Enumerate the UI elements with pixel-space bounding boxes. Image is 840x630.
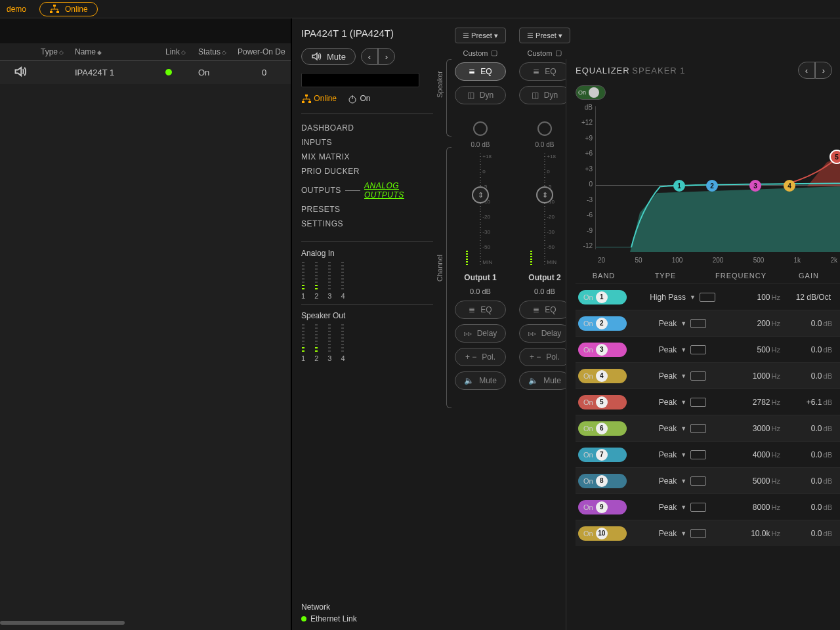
eq-on-toggle[interactable]: On: [576, 85, 606, 100]
channel-eq-button[interactable]: ≣EQ: [519, 301, 570, 319]
band-on-chip[interactable]: On3: [578, 343, 627, 357]
menu-outputs[interactable]: OUTPUTS: [301, 183, 341, 198]
eq-next-button[interactable]: ›: [815, 62, 832, 79]
band-type-select[interactable]: Peak▼: [646, 424, 719, 433]
menu-inputs[interactable]: INPUTS: [301, 135, 433, 150]
band-type-select[interactable]: Peak▼: [646, 398, 719, 407]
eq-node-4[interactable]: 4: [784, 180, 795, 192]
device-row[interactable]: IPA424T 1 On 0: [0, 61, 291, 84]
channel-mute-button[interactable]: 🔈Mute: [455, 371, 506, 390]
device-prev-button[interactable]: ‹: [361, 48, 378, 65]
band-gain-value[interactable]: 0.0dB: [780, 424, 840, 433]
delay-button[interactable]: ▹▹Delay: [519, 324, 570, 343]
eq-prev-button[interactable]: ‹: [798, 62, 815, 79]
svg-rect-2: [56, 11, 59, 13]
band-on-chip[interactable]: On4: [578, 369, 627, 383]
channel-section-label: Channel: [436, 255, 444, 282]
level-slider[interactable]: ⇕ +180-5-10-20-30-50MIN: [536, 154, 554, 265]
band-freq-value[interactable]: 1000Hz: [719, 371, 780, 381]
band-type-select[interactable]: Peak▼: [646, 450, 719, 459]
col-link[interactable]: Link◇: [165, 47, 198, 56]
channel-eq-button[interactable]: ≣EQ: [455, 301, 506, 319]
band-gain-value[interactable]: 0.0dB: [780, 345, 840, 354]
eq-plot[interactable]: 1 2 3 4 5: [595, 106, 840, 249]
band-gain-value[interactable]: 0.0dB: [780, 450, 840, 459]
col-type[interactable]: Type◇: [41, 47, 75, 56]
band-freq-value[interactable]: 3000Hz: [719, 424, 780, 433]
menu-dashboard[interactable]: DASHBOARD: [301, 121, 433, 135]
band-on-chip[interactable]: On2: [578, 316, 627, 331]
menu-presets[interactable]: PRESETS: [301, 202, 433, 217]
band-on-chip[interactable]: On8: [578, 474, 627, 488]
col-name[interactable]: Name◆: [75, 47, 165, 56]
eq-button[interactable]: ≣EQ: [519, 62, 570, 81]
eq-node-3[interactable]: 3: [749, 180, 761, 192]
band-on-chip[interactable]: On9: [578, 500, 627, 514]
polarity-button[interactable]: + −Pol.: [519, 348, 570, 366]
channel-strips: Speaker Channel ☰ Preset ▾ Custom ▢ ≣EQ …: [433, 18, 840, 630]
menu-settings[interactable]: SETTINGS: [301, 217, 433, 231]
band-freq-value[interactable]: 10.0kHz: [719, 529, 780, 538]
band-on-chip[interactable]: On7: [578, 448, 627, 462]
band-gain-value[interactable]: 12 dB/Oct: [780, 293, 840, 302]
menu-analog-outputs[interactable]: ANALOG OUTPUTS: [364, 178, 433, 202]
custom-label[interactable]: Custom ▢: [463, 49, 498, 57]
device-mute-button[interactable]: Mute: [301, 48, 356, 65]
band-freq-value[interactable]: 2782Hz: [719, 398, 780, 407]
eq-node-2[interactable]: 2: [706, 180, 718, 192]
band-gain-value[interactable]: 0.0dB: [780, 529, 840, 538]
eq-node-1[interactable]: 1: [673, 180, 685, 192]
band-type-select[interactable]: High Pass▼: [646, 293, 719, 302]
brand-label[interactable]: demo: [7, 5, 26, 14]
band-freq-value[interactable]: 100Hz: [719, 293, 780, 302]
band-on-chip[interactable]: On1: [578, 290, 627, 304]
device-next-button[interactable]: ›: [378, 48, 395, 65]
chevron-down-icon: ▼: [681, 399, 686, 406]
delay-button[interactable]: ▹▹Delay: [455, 324, 506, 343]
eq-button[interactable]: ≣EQ: [455, 62, 506, 81]
band-gain-value[interactable]: 0.0dB: [780, 371, 840, 381]
band-type-select[interactable]: Peak▼: [646, 476, 719, 486]
custom-label[interactable]: Custom ▢: [528, 49, 562, 57]
col-status[interactable]: Status◇: [198, 47, 238, 56]
band-row: On7 Peak▼ 4000Hz 0.0dB: [576, 441, 840, 467]
band-type-select[interactable]: Peak▼: [646, 345, 719, 354]
device-list-header: Type◇ Name◆ Link◇ Status◇ Power-On De: [0, 43, 291, 61]
channel-mute-button[interactable]: 🔈Mute: [519, 371, 570, 390]
preset-button[interactable]: ☰ Preset ▾: [519, 28, 570, 43]
preset-button[interactable]: ☰ Preset ▾: [455, 28, 506, 43]
band-type-select[interactable]: Peak▼: [646, 371, 719, 381]
col-power-on-delay[interactable]: Power-On De: [238, 47, 291, 56]
level-slider[interactable]: ⇕ +180-5-10-20-30-50MIN: [471, 154, 490, 265]
menu-mix-matrix[interactable]: MIX MATRIX: [301, 150, 433, 164]
eq-node-5[interactable]: 5: [830, 150, 840, 164]
band-on-chip[interactable]: On10: [578, 526, 627, 541]
band-freq-value[interactable]: 4000Hz: [719, 450, 780, 459]
dyn-button[interactable]: ◫Dyn: [519, 86, 570, 104]
online-pill[interactable]: Online: [39, 2, 98, 16]
band-on-chip[interactable]: On5: [578, 395, 627, 410]
band-gain-value[interactable]: 0.0dB: [780, 476, 840, 486]
band-freq-value[interactable]: 200Hz: [719, 319, 780, 328]
dyn-button[interactable]: ◫Dyn: [455, 86, 506, 104]
gain-knob[interactable]: [473, 121, 488, 136]
y-axis: dB+12+9+6+30-3-6-9-12: [576, 104, 593, 249]
band-freq-value[interactable]: 5000Hz: [719, 476, 780, 486]
band-row: On8 Peak▼ 5000Hz 0.0dB: [576, 467, 840, 494]
eq-graph[interactable]: dB+12+9+6+30-3-6-9-12 1 2 3 4 5: [576, 104, 840, 268]
band-gain-value[interactable]: +6.1dB: [780, 398, 840, 407]
band-type-select[interactable]: Peak▼: [646, 529, 719, 538]
band-freq-value[interactable]: 500Hz: [719, 345, 780, 354]
gain-knob[interactable]: [537, 121, 552, 136]
menu-prio-ducker[interactable]: PRIO DUCKER: [301, 164, 433, 178]
band-type-select[interactable]: Peak▼: [646, 503, 719, 512]
band-freq-value[interactable]: 8000Hz: [719, 503, 780, 512]
band-type-select[interactable]: Peak▼: [646, 319, 719, 328]
save-icon: ▢: [555, 49, 562, 57]
eq-subtitle: SPEAKER 1: [632, 66, 685, 75]
h-scrollbar[interactable]: [0, 621, 125, 625]
band-gain-value[interactable]: 0.0dB: [780, 503, 840, 512]
band-on-chip[interactable]: On6: [578, 421, 627, 436]
band-gain-value[interactable]: 0.0dB: [780, 319, 840, 328]
polarity-button[interactable]: + −Pol.: [455, 348, 506, 366]
